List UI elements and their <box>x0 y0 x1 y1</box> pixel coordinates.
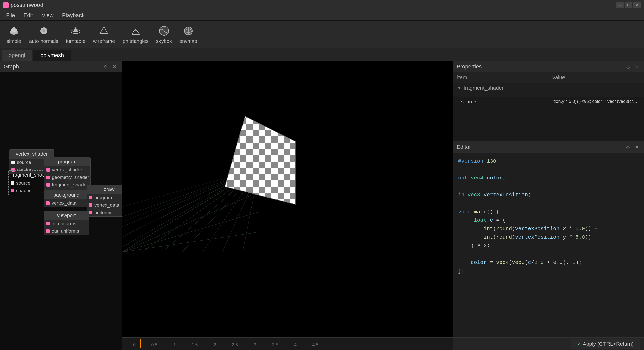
timeline-ruler: 00.511.522.533.544.5 <box>124 340 450 348</box>
close-button[interactable]: ✕ <box>633 2 641 8</box>
node-draw-title: draw <box>87 185 122 194</box>
port-dot-prog-gs <box>46 176 50 179</box>
port-draw-vd: vertex_data <box>87 201 122 209</box>
toolbar-label-wireframe: wireframe <box>93 38 115 44</box>
toolbar-btn-auto-normals[interactable]: auto normals <box>26 23 62 46</box>
apply-button[interactable]: ✓ Apply (CTRL+Return) <box>571 339 640 349</box>
timeline-mark-2: 1 <box>165 342 185 348</box>
properties-body: ▼ fragment_shader source ition.y * 5.0))… <box>453 83 644 107</box>
graph-panel-title: Graph <box>4 63 19 70</box>
maximize-button[interactable]: □ <box>625 2 632 8</box>
titlebar: possumwood — □ ✕ <box>0 0 644 10</box>
toolbar-btn-pn-triangles[interactable]: pn triangles <box>119 23 152 46</box>
port-dot-prog-fs <box>46 183 50 187</box>
toolbar-btn-envmap[interactable]: envmap <box>176 23 201 46</box>
main-layout: Graph ◇ ✕ vertex_shader <box>0 61 644 350</box>
auto-normals-icon <box>37 25 50 37</box>
port-vp-out: out_uniforms <box>44 227 89 235</box>
toolbar-label-simple: simple <box>7 38 21 44</box>
window-controls: — □ ✕ <box>616 2 641 8</box>
editor-panel-header: Editor ◇ ✕ <box>453 141 644 153</box>
editor-pin-button[interactable]: ◇ <box>624 144 631 151</box>
port-dot-vp-out <box>46 229 50 233</box>
menubar: FileEditViewPlayback <box>0 10 644 21</box>
port-dot-vs-source <box>11 161 15 164</box>
toolbar-btn-turntable[interactable]: turntable <box>62 23 89 46</box>
menu-item-edit[interactable]: Edit <box>19 11 37 20</box>
timeline-mark-4: 2 <box>205 342 225 348</box>
node-draw[interactable]: draw program vertex_data uniforms <box>87 185 122 217</box>
timeline-mark-8: 4 <box>285 342 305 348</box>
port-draw-program: program <box>87 194 122 201</box>
port-prog-gs: geometry_shader <box>44 174 90 181</box>
toolbar-label-auto-normals: auto normals <box>29 38 58 44</box>
menu-item-playback[interactable]: Playback <box>58 11 89 20</box>
port-draw-uniforms: uniforms <box>87 209 122 216</box>
graph-close-button[interactable]: ✕ <box>111 63 118 70</box>
skybox-icon <box>158 25 170 37</box>
properties-close-button[interactable]: ✕ <box>633 63 640 70</box>
port-dot-vp-in <box>46 222 50 225</box>
timeline-cursor[interactable] <box>140 339 141 348</box>
port-dot-draw-program <box>89 196 92 199</box>
editor-panel-title: Editor <box>457 144 471 150</box>
wireframe-icon <box>98 25 110 37</box>
timeline-mark-7: 3.5 <box>265 342 285 348</box>
port-prog-vs: vertex_shader <box>44 166 90 174</box>
editor-panel: Editor ◇ ✕ #version 130 out vec4 color; … <box>453 141 644 350</box>
envmap-icon <box>182 25 195 37</box>
port-dot-fs-shader <box>11 189 14 192</box>
props-col-value: value <box>549 72 644 83</box>
properties-table-header: item value <box>453 72 644 83</box>
port-dot-fs-source <box>11 181 14 185</box>
props-section-empty <box>453 93 644 97</box>
port-prog-fs: fragment_shader <box>44 181 90 189</box>
properties-panel: Properties ◇ ✕ item value ▼ fragment_sha… <box>453 61 644 141</box>
node-viewport[interactable]: viewport in_uniforms out_uniforms <box>44 211 89 235</box>
graph-pin-button[interactable]: ◇ <box>102 63 109 70</box>
toolbar-btn-skybox[interactable]: skybox <box>153 23 175 46</box>
graph-canvas[interactable]: vertex_shader source shader fragment_sha… <box>0 72 122 350</box>
app-icon <box>3 2 9 8</box>
timeline[interactable]: 00.511.522.533.544.5 <box>122 337 453 350</box>
toolbar-btn-simple[interactable]: simple <box>3 23 25 46</box>
toolbar-label-turntable: turntable <box>66 38 86 44</box>
svg-rect-2 <box>13 27 15 29</box>
editor-close-button[interactable]: ✕ <box>633 144 640 151</box>
tab-polymesh[interactable]: polymesh <box>33 50 71 61</box>
port-vp-in: in_uniforms <box>44 220 89 227</box>
pn-triangles-icon <box>129 25 142 37</box>
graph-panel-header: Graph ◇ ✕ <box>0 61 122 72</box>
toolbar-btn-wireframe[interactable]: wireframe <box>89 23 118 46</box>
tabbar: openglpolymesh <box>0 48 644 61</box>
tab-opengl[interactable]: opengl <box>2 50 32 61</box>
props-col-item: item <box>453 72 549 83</box>
toolbar-label-envmap: envmap <box>179 38 197 44</box>
graph-panel: Graph ◇ ✕ vertex_shader <box>0 61 122 350</box>
properties-pin-button[interactable]: ◇ <box>624 63 631 70</box>
properties-panel-header: Properties ◇ ✕ <box>453 61 644 72</box>
node-program-title: program <box>44 157 90 166</box>
toolbar-label-skybox: skybox <box>156 38 172 44</box>
node-background[interactable]: background vertex_data <box>44 190 89 207</box>
toolbar: simpleauto normalsturntablewireframepn t… <box>0 21 644 48</box>
svg-point-1 <box>11 28 17 32</box>
node-viewport-title: viewport <box>44 211 89 220</box>
right-panels: Properties ◇ ✕ item value ▼ fragment_sha… <box>453 61 644 350</box>
menu-item-file[interactable]: File <box>2 11 19 20</box>
app-title: possumwood <box>11 2 43 8</box>
toolbar-label-pn-triangles: pn triangles <box>123 38 148 44</box>
minimize-button[interactable]: — <box>616 2 624 8</box>
viewport-canvas <box>122 61 453 337</box>
port-dot-draw-vd <box>89 203 92 207</box>
editor-footer: ✓ Apply (CTRL+Return) <box>453 337 644 350</box>
turntable-icon <box>69 25 82 37</box>
menu-item-view[interactable]: View <box>37 11 57 20</box>
props-section-fragment-shader: ▼ fragment_shader <box>453 83 644 93</box>
viewport-panel[interactable]: 00.511.522.533.544.5 <box>122 61 453 350</box>
code-editor[interactable]: #version 130 out vec4 color; in vec3 ver… <box>453 153 644 337</box>
timeline-mark-1: 0.5 <box>144 342 165 348</box>
viewport-svg <box>122 61 453 337</box>
port-dot-prog-vs <box>46 168 50 172</box>
timeline-mark-5: 2.5 <box>225 342 245 348</box>
